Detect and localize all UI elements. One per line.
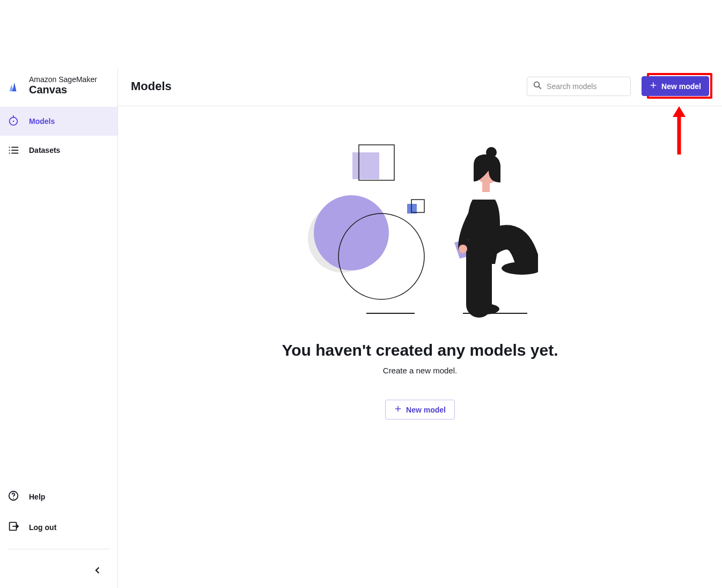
plus-icon <box>394 405 402 414</box>
new-model-button-label: New model <box>661 82 701 91</box>
svg-point-11 <box>534 82 540 87</box>
help-icon <box>8 490 19 503</box>
sidebar-item-label: Datasets <box>29 146 60 155</box>
sidebar-item-label: Help <box>29 493 45 501</box>
sidebar-item-models[interactable]: Models <box>0 107 117 136</box>
sidebar: Amazon SageMaker Canvas Models <box>0 69 118 588</box>
target-bolt-icon <box>8 115 19 127</box>
list-icon <box>8 144 19 156</box>
nav-list: Models Datasets <box>0 107 117 165</box>
topbar-right: New model <box>527 76 709 96</box>
search-icon <box>533 80 542 92</box>
brand-title: Canvas <box>29 84 109 96</box>
chevron-left-icon <box>93 565 102 575</box>
sidebar-item-label: Models <box>29 117 55 126</box>
sidebar-item-logout[interactable]: Log out <box>0 512 117 542</box>
empty-illustration <box>302 141 538 323</box>
collapse-sidebar-button[interactable] <box>93 565 102 577</box>
plus-icon <box>650 82 657 91</box>
sidebar-item-help[interactable]: Help <box>0 481 117 512</box>
collapse-row <box>0 556 117 577</box>
brand-block: Amazon SageMaker Canvas <box>0 69 117 107</box>
sidebar-bottom: Help Log out <box>0 481 117 588</box>
search-input[interactable] <box>547 82 625 91</box>
svg-point-1 <box>13 121 14 122</box>
svg-point-4 <box>9 152 10 153</box>
page-title: Models <box>131 79 172 93</box>
svg-point-29 <box>459 245 467 253</box>
svg-point-28 <box>471 304 499 314</box>
empty-state: You haven't created any models yet. Crea… <box>118 106 722 588</box>
app-root: Amazon SageMaker Canvas Models <box>0 0 722 588</box>
brand-logo-icon <box>8 82 19 93</box>
svg-point-18 <box>314 195 389 270</box>
svg-point-2 <box>9 146 10 148</box>
main-area: Models <box>118 69 722 588</box>
sidebar-item-label: Log out <box>29 523 56 532</box>
search-wrapper[interactable] <box>527 77 631 96</box>
sidebar-item-datasets[interactable]: Datasets <box>0 136 117 165</box>
logout-icon <box>8 520 19 534</box>
empty-new-model-button-label: New model <box>406 406 446 414</box>
svg-rect-20 <box>352 152 379 179</box>
brand-subtitle: Amazon SageMaker <box>29 75 109 84</box>
svg-line-12 <box>539 86 541 89</box>
sidebar-top: Amazon SageMaker Canvas Models <box>0 69 117 165</box>
svg-point-9 <box>13 498 14 499</box>
empty-state-subtitle: Create a new model. <box>383 366 457 375</box>
empty-state-title: You haven't created any models yet. <box>282 341 558 359</box>
new-model-button[interactable]: New model <box>642 76 709 96</box>
svg-point-3 <box>9 150 10 151</box>
divider <box>8 549 110 549</box>
empty-new-model-button[interactable]: New model <box>385 400 455 420</box>
topbar: Models <box>118 69 722 106</box>
